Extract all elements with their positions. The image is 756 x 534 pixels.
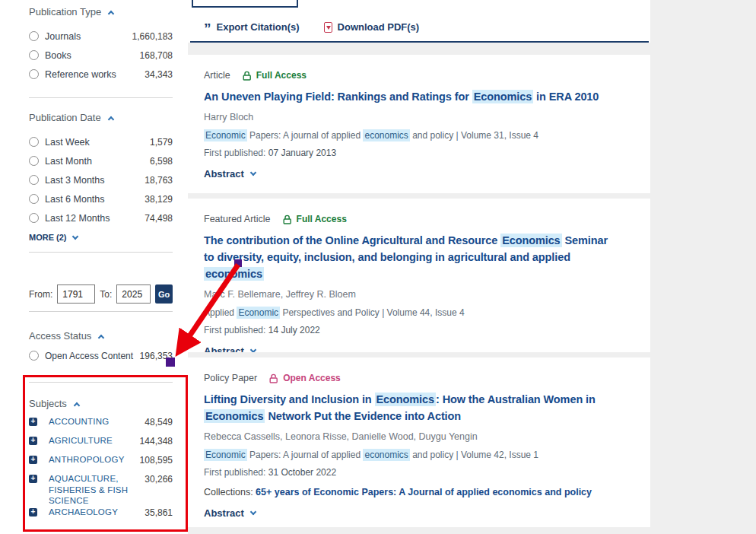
- facet-row[interactable]: Last Month6,598: [29, 151, 173, 170]
- facet-label: Last Week: [45, 137, 90, 148]
- radio-button[interactable]: [29, 69, 39, 79]
- result-title-link[interactable]: An Uneven Playing Field: Rankings and Ra…: [204, 88, 620, 105]
- facet-row[interactable]: Last 3 Months18,763: [29, 170, 173, 189]
- year-from-input[interactable]: [57, 284, 95, 304]
- text-segment: Network Put the Evidence into Action: [265, 410, 461, 422]
- subject-link[interactable]: ARCHAEOLOGY: [49, 507, 138, 518]
- result-title-link[interactable]: Lifting Diversity and Inclusion in Econo…: [204, 391, 620, 424]
- facet-row[interactable]: Last Week1,579: [29, 132, 173, 151]
- subject-row[interactable]: +AQUACULTURE, FISHERIES & FISH SCIENCE30…: [29, 473, 173, 507]
- year-to-input[interactable]: [116, 284, 151, 304]
- facet-row[interactable]: Open Access Content196,353: [29, 346, 173, 365]
- subject-row[interactable]: +AGRICULTURE144,348: [29, 435, 173, 454]
- abstract-label: Abstract: [204, 345, 244, 352]
- facet-row[interactable]: Last 12 Months74,498: [29, 208, 173, 227]
- text-segment: Papers: A journal of applied: [247, 450, 364, 460]
- facet-label-group: Journals: [29, 31, 81, 42]
- facet-label: Reference works: [45, 69, 116, 80]
- access-status-label: Full Access: [297, 214, 347, 224]
- expand-plus-icon[interactable]: +: [29, 508, 37, 517]
- collections-label: Collections:: [204, 487, 256, 497]
- export-citations-button[interactable]: ” Export Citation(s): [204, 21, 300, 33]
- radio-button[interactable]: [29, 175, 39, 185]
- highlighted-term: Economic: [237, 307, 280, 319]
- expand-plus-icon[interactable]: +: [29, 437, 37, 445]
- download-pdfs-button[interactable]: Download PDF(s): [324, 21, 420, 33]
- facet-count: 1,579: [150, 137, 173, 148]
- radio-button[interactable]: [29, 137, 39, 147]
- subjects-header[interactable]: Subjects: [29, 398, 173, 409]
- access-badge: Full Access: [283, 214, 347, 224]
- publication-type-rows: Journals1,660,183Books168,708Reference w…: [29, 27, 173, 84]
- subjects-section: Subjects +ACCOUNTING48,549+AGRICULTURE14…: [29, 398, 173, 526]
- facet-count: 34,343: [145, 69, 173, 80]
- expand-plus-icon[interactable]: +: [29, 475, 37, 483]
- result-type-label: Article: [204, 70, 230, 81]
- highlighted-term: Economics: [500, 234, 561, 247]
- facet-title: Publication Type: [29, 6, 101, 17]
- chevron-up-icon: [74, 402, 80, 408]
- text-segment: Applied: [204, 307, 237, 318]
- abstract-label: Abstract: [204, 168, 244, 180]
- result-published: First published: 07 January 2013: [204, 148, 620, 158]
- subject-link[interactable]: AGRICULTURE: [49, 435, 138, 447]
- facet-row[interactable]: Books168,708: [29, 46, 173, 65]
- facet-label-group: Open Access Content: [29, 351, 133, 361]
- text-segment: : How the Australian Women in: [436, 393, 596, 405]
- facet-label-group: Last Month: [29, 156, 92, 167]
- go-button[interactable]: Go: [155, 284, 173, 304]
- access-status-label: Open Access: [283, 373, 341, 383]
- subject-link[interactable]: ACCOUNTING: [49, 416, 138, 428]
- published-date: 14 July 2022: [268, 325, 320, 335]
- expand-plus-icon[interactable]: +: [29, 456, 37, 464]
- text-segment: Papers: A journal of applied: [247, 130, 364, 141]
- expand-plus-icon[interactable]: +: [29, 418, 37, 426]
- facet-label: Open Access Content: [45, 351, 133, 361]
- publication-date-section: Publication Date Last Week1,579Last Mont…: [29, 112, 173, 242]
- facet-row[interactable]: Journals1,660,183: [29, 27, 173, 46]
- subject-link[interactable]: ANTHROPOLOGY: [49, 454, 138, 466]
- result-journal: Economic Papers: A journal of applied ec…: [204, 450, 620, 460]
- lock-icon: [283, 215, 292, 224]
- access-status-header[interactable]: Access Status: [29, 330, 173, 342]
- radio-button[interactable]: [29, 156, 39, 166]
- collections-link[interactable]: 65+ years of Economic Papers: A Journal …: [256, 487, 592, 497]
- abstract-toggle[interactable]: Abstract: [204, 345, 620, 352]
- result-authors: Harry Bloch: [204, 112, 620, 122]
- subject-link[interactable]: AQUACULTURE, FISHERIES & FISH SCIENCE: [49, 473, 138, 507]
- facet-row[interactable]: Last 6 Months38,129: [29, 189, 173, 208]
- facet-row[interactable]: Reference works34,343: [29, 65, 173, 84]
- subject-row[interactable]: +ARCHAEOLOGY35,861: [29, 507, 173, 526]
- access-badge: Full Access: [243, 70, 307, 81]
- results-toolbar: ” Export Citation(s) Download PDF(s): [188, 0, 650, 43]
- export-citations-label: Export Citation(s): [217, 21, 300, 33]
- subject-row[interactable]: +ACCOUNTING48,549: [29, 416, 173, 435]
- facet-title: Subjects: [29, 398, 67, 409]
- access-status-rows: Open Access Content196,353: [29, 346, 173, 365]
- highlighted-term: economics: [363, 449, 409, 461]
- partial-toolbar-button[interactable]: [192, 0, 298, 8]
- radio-button[interactable]: [29, 31, 39, 41]
- more-dates-link[interactable]: MORE (2): [29, 233, 173, 242]
- search-results-list: ArticleFull AccessAn Uneven Playing Fiel…: [188, 55, 650, 527]
- publication-type-header[interactable]: Publication Type: [29, 6, 173, 17]
- publication-date-header[interactable]: Publication Date: [29, 112, 173, 123]
- radio-button[interactable]: [29, 351, 39, 361]
- radio-button[interactable]: [29, 50, 39, 60]
- radio-button[interactable]: [29, 194, 39, 204]
- chevron-down-icon: [250, 347, 256, 352]
- subject-count: 108,595: [140, 455, 173, 466]
- facet-label: Last 3 Months: [45, 175, 105, 186]
- published-date: 07 January 2013: [268, 148, 336, 158]
- access-status-section: Access Status Open Access Content196,353: [29, 330, 173, 365]
- highlighted-term: economics: [363, 129, 409, 141]
- facet-count: 168,708: [140, 50, 173, 61]
- subject-row[interactable]: +ANTHROPOLOGY108,595: [29, 454, 173, 473]
- abstract-toggle[interactable]: Abstract: [204, 168, 620, 180]
- result-title-link[interactable]: The contribution of the Online Agricultu…: [204, 232, 620, 282]
- facet-count: 1,660,183: [132, 31, 173, 42]
- chevron-down-icon: [250, 170, 256, 176]
- radio-button[interactable]: [29, 213, 39, 223]
- abstract-toggle[interactable]: Abstract: [204, 507, 620, 519]
- chevron-down-icon: [71, 233, 78, 239]
